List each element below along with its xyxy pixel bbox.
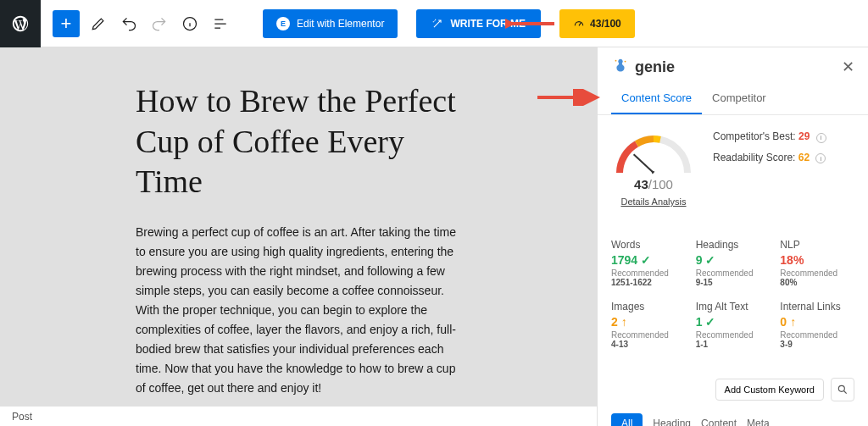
svg-point-2 <box>615 60 617 62</box>
post-type-label: Post <box>12 411 32 423</box>
check-icon: ✓ <box>705 315 715 329</box>
svg-point-1 <box>625 61 626 63</box>
tab-content-score[interactable]: Content Score <box>611 83 702 114</box>
search-icon <box>837 384 849 396</box>
edit-icon[interactable] <box>86 7 110 41</box>
filter-content[interactable]: Content <box>701 418 737 426</box>
metric-internal-links: Internal Links 0↑ Recommended3-9 <box>780 301 854 349</box>
gauge-denom: /100 <box>648 177 673 191</box>
info-icon[interactable] <box>178 7 202 41</box>
elementor-icon: E <box>276 17 290 30</box>
post-title[interactable]: How to Brew the Perfect Cup of Coffee Ev… <box>136 81 461 202</box>
score-button[interactable]: 43/100 <box>559 9 635 38</box>
metric-alt-text: Img Alt Text 1✓ Recommended1-1 <box>696 301 771 349</box>
readability-value: 62 <box>798 152 810 163</box>
keyword-search-button[interactable] <box>831 378 854 401</box>
readability-label: Readability Score: <box>713 152 798 163</box>
svg-point-5 <box>838 385 844 391</box>
svg-line-4 <box>634 154 654 173</box>
magic-wand-icon <box>431 18 443 30</box>
competitor-best-value: 29 <box>798 130 810 142</box>
filter-heading[interactable]: Heading <box>653 418 691 426</box>
elementor-button[interactable]: E Edit with Elementor <box>263 9 398 38</box>
brand-name: genie <box>635 58 675 76</box>
status-bar: Post <box>0 406 597 426</box>
keyword-filters: All Heading Content Meta <box>598 408 868 426</box>
check-icon: ✓ <box>705 253 715 267</box>
metric-words: Words 1794✓ Recommended1251-1622 <box>611 239 686 287</box>
gauge-icon <box>573 18 585 30</box>
post-paragraph[interactable]: Brewing a perfect cup of coffee is an ar… <box>136 223 461 399</box>
metric-nlp: NLP 18% Recommended80% <box>780 239 854 287</box>
check-icon: ✓ <box>641 253 651 267</box>
gauge-score: 43 <box>634 177 648 191</box>
competitor-best-label: Competitor's Best: <box>713 130 798 142</box>
undo-icon[interactable] <box>117 7 141 41</box>
metrics-grid: Words 1794✓ Recommended1251-1622 Heading… <box>598 227 868 361</box>
genie-logo: genie <box>611 58 675 76</box>
tab-competitor[interactable]: Competitor <box>702 83 776 114</box>
add-keyword-button[interactable]: Add Custom Keyword <box>715 379 824 401</box>
elementor-label: Edit with Elementor <box>297 18 384 30</box>
details-analysis-link[interactable]: Details Analysis <box>611 196 696 207</box>
wordpress-logo[interactable] <box>0 0 41 47</box>
arrow-up-icon: ↑ <box>790 315 796 329</box>
outline-icon[interactable] <box>209 7 232 41</box>
genie-icon <box>611 58 630 76</box>
editor-toolbar: + E Edit with Elementor WRITE FOR ME 43/… <box>0 0 868 47</box>
arrow-up-icon: ↑ <box>621 315 627 329</box>
sidebar-tabs: Content Score Competitor <box>598 83 868 115</box>
add-block-button[interactable]: + <box>53 10 80 37</box>
metric-headings: Headings 9✓ Recommended9-15 <box>696 239 771 287</box>
filter-all[interactable]: All <box>611 413 643 426</box>
close-icon[interactable]: ✕ <box>842 58 854 76</box>
score-gauge: 43/100 Details Analysis <box>611 130 696 207</box>
annotation-arrow <box>536 89 604 109</box>
post-editor[interactable]: How to Brew the Perfect Cup of Coffee Ev… <box>0 47 597 426</box>
genie-sidebar: genie ✕ Content Score Competitor 43/100 <box>597 47 868 426</box>
info-icon[interactable]: i <box>816 133 826 143</box>
redo-icon[interactable] <box>147 7 171 41</box>
metric-images: Images 2↑ Recommended4-13 <box>611 301 686 349</box>
filter-meta[interactable]: Meta <box>747 418 770 426</box>
annotation-arrow <box>505 15 556 36</box>
info-icon[interactable]: i <box>815 153 826 163</box>
score-label: 43/100 <box>590 18 621 30</box>
